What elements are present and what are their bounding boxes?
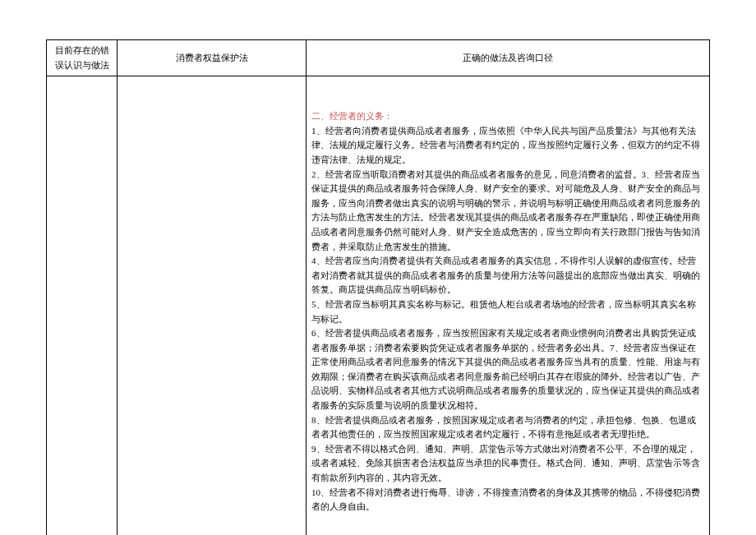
item-5: 6、经营者提供商品或者者服务，应当按照国家有关规定或者者商业惯例向消费者出具购货… (311, 326, 704, 413)
item-7: 9、经营者不得以格式合同、通知、声明、店堂告示等方式做出对消费者不公平、不合理的… (311, 442, 704, 486)
item-6: 8、经营者提供商品或者者服务，按照国家规定或者者与消费者的约定，承担包修、包换、… (311, 413, 704, 442)
item-2: 2、经营者应当听取消费者对其提供的商品或者者服务的意见，同意消费者的监督。3、经… (311, 168, 704, 255)
content-block: 二、经营者的义务： 1、经营者向消费者提供商品或者者服务，应当依照《中华人民共与… (311, 109, 704, 514)
cell-col3: 二、经营者的义务： 1、经营者向消费者提供商品或者者服务，应当依照《中华人民共与… (307, 76, 710, 535)
cell-col2 (118, 76, 307, 535)
item-4: 5、经营者应当标明其真实名称与标记。租赁他人柜台或者者场地的经营者，应当标明其真… (311, 297, 704, 326)
item-8: 10、经营者不得对消费者进行侮辱、诽谤，不得搜查消费者的身体及其携带的物品，不得… (311, 486, 704, 514)
header-col1: 目前存在的错误认识与做法 (47, 40, 118, 76)
header-col3: 正确的做法及咨询口径 (307, 40, 710, 76)
header-row: 目前存在的错误认识与做法 消费者权益保护法 正确的做法及咨询口径 (47, 40, 710, 76)
body-row: 二、经营者的义务： 1、经营者向消费者提供商品或者者服务，应当依照《中华人民共与… (47, 76, 710, 535)
item-3: 4、经营者应当向消费者提供有关商品或者者服务的真实信息，不得作引人误解的虚假宣传… (311, 254, 704, 297)
content-table: 目前存在的错误认识与做法 消费者权益保护法 正确的做法及咨询口径 二、经营者的义… (46, 39, 710, 535)
item-1: 1、经营者向消费者提供商品或者者服务，应当依照《中华人民共与国产品质量法》与其他… (311, 124, 704, 168)
section-title: 二、经营者的义务： (311, 109, 704, 124)
header-col2: 消费者权益保护法 (118, 40, 307, 76)
cell-col1 (47, 76, 118, 535)
